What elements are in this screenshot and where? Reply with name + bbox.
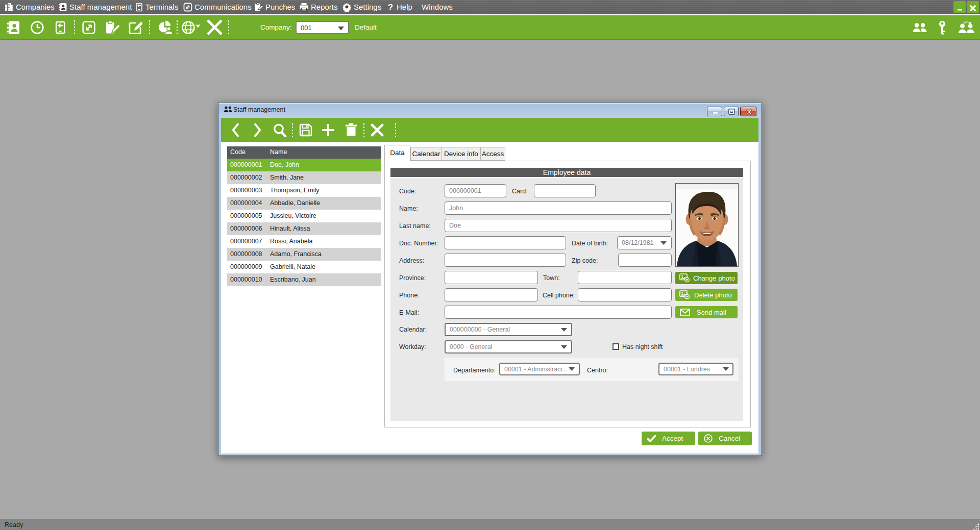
- svg-text:?: ?: [388, 3, 393, 12]
